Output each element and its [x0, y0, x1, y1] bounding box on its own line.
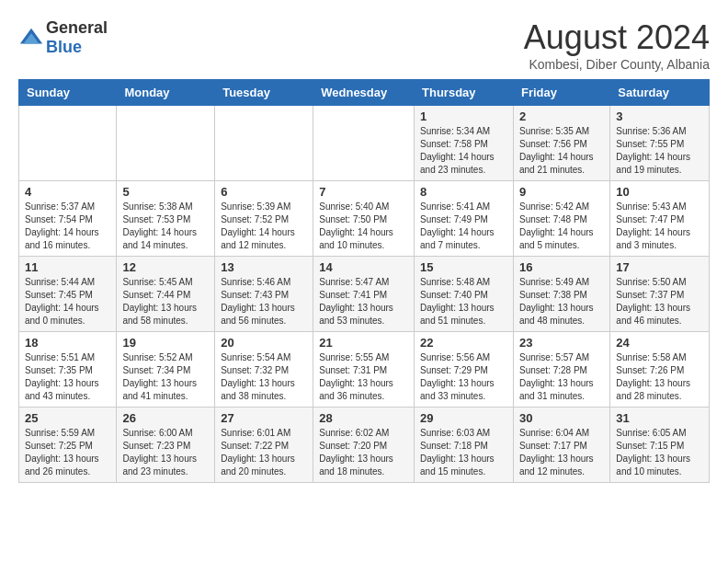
calendar-cell: 18Sunrise: 5:51 AM Sunset: 7:35 PM Dayli…	[19, 332, 117, 408]
month-year-title: August 2024	[524, 18, 710, 57]
day-info: Sunrise: 5:54 AM Sunset: 7:32 PM Dayligh…	[221, 351, 307, 403]
day-info: Sunrise: 5:36 AM Sunset: 7:55 PM Dayligh…	[616, 125, 703, 177]
day-number: 13	[221, 260, 307, 274]
day-info: Sunrise: 5:44 AM Sunset: 7:45 PM Dayligh…	[25, 276, 110, 327]
day-info: Sunrise: 6:01 AM Sunset: 7:22 PM Dayligh…	[221, 427, 307, 478]
day-info: Sunrise: 6:02 AM Sunset: 7:20 PM Dayligh…	[319, 427, 408, 478]
calendar-cell: 30Sunrise: 6:04 AM Sunset: 7:17 PM Dayli…	[513, 408, 609, 483]
day-number: 16	[519, 260, 604, 274]
logo: General Blue	[18, 18, 108, 57]
logo-blue-text: Blue	[46, 38, 82, 56]
calendar-cell: 8Sunrise: 5:41 AM Sunset: 7:49 PM Daylig…	[415, 181, 514, 257]
calendar-cell: 13Sunrise: 5:46 AM Sunset: 7:43 PM Dayli…	[215, 257, 313, 332]
day-number: 5	[122, 185, 209, 199]
day-number: 21	[319, 336, 408, 350]
calendar-cell: 9Sunrise: 5:42 AM Sunset: 7:48 PM Daylig…	[513, 181, 609, 257]
day-number: 31	[616, 411, 703, 425]
calendar-cell: 3Sunrise: 5:36 AM Sunset: 7:55 PM Daylig…	[610, 106, 710, 181]
calendar-cell	[215, 106, 313, 181]
calendar-cell: 25Sunrise: 5:59 AM Sunset: 7:25 PM Dayli…	[19, 408, 117, 483]
weekday-header-tuesday: Tuesday	[215, 80, 313, 106]
day-number: 30	[519, 411, 604, 425]
day-number: 14	[319, 260, 408, 274]
day-info: Sunrise: 5:50 AM Sunset: 7:37 PM Dayligh…	[616, 276, 703, 327]
day-info: Sunrise: 5:47 AM Sunset: 7:41 PM Dayligh…	[319, 276, 408, 327]
calendar-cell: 31Sunrise: 6:05 AM Sunset: 7:15 PM Dayli…	[610, 408, 710, 483]
day-info: Sunrise: 5:40 AM Sunset: 7:50 PM Dayligh…	[319, 201, 408, 252]
weekday-header-saturday: Saturday	[610, 80, 710, 106]
weekday-header-wednesday: Wednesday	[313, 80, 415, 106]
day-info: Sunrise: 5:39 AM Sunset: 7:52 PM Dayligh…	[221, 201, 307, 252]
day-number: 24	[616, 336, 703, 350]
day-info: Sunrise: 5:41 AM Sunset: 7:49 PM Dayligh…	[420, 201, 507, 252]
day-number: 6	[221, 185, 307, 199]
day-number: 23	[519, 336, 604, 350]
calendar-cell: 29Sunrise: 6:03 AM Sunset: 7:18 PM Dayli…	[415, 408, 514, 483]
day-number: 25	[25, 411, 110, 425]
calendar-cell: 28Sunrise: 6:02 AM Sunset: 7:20 PM Dayli…	[313, 408, 415, 483]
title-block: August 2024 Kombesi, Diber County, Alban…	[524, 18, 710, 72]
day-info: Sunrise: 5:43 AM Sunset: 7:47 PM Dayligh…	[616, 201, 703, 252]
calendar-cell: 7Sunrise: 5:40 AM Sunset: 7:50 PM Daylig…	[313, 181, 415, 257]
day-info: Sunrise: 5:37 AM Sunset: 7:54 PM Dayligh…	[25, 201, 110, 252]
day-info: Sunrise: 5:57 AM Sunset: 7:28 PM Dayligh…	[519, 351, 604, 403]
day-number: 17	[616, 260, 703, 274]
day-number: 10	[616, 185, 703, 199]
day-info: Sunrise: 5:46 AM Sunset: 7:43 PM Dayligh…	[221, 276, 307, 327]
calendar-cell: 17Sunrise: 5:50 AM Sunset: 7:37 PM Dayli…	[610, 257, 710, 332]
day-number: 1	[420, 109, 507, 123]
day-number: 7	[319, 185, 408, 199]
day-info: Sunrise: 5:38 AM Sunset: 7:53 PM Dayligh…	[122, 201, 209, 252]
location-subtitle: Kombesi, Diber County, Albania	[524, 57, 710, 72]
day-info: Sunrise: 5:34 AM Sunset: 7:58 PM Dayligh…	[420, 125, 507, 177]
calendar-cell: 11Sunrise: 5:44 AM Sunset: 7:45 PM Dayli…	[19, 257, 117, 332]
calendar-cell: 2Sunrise: 5:35 AM Sunset: 7:56 PM Daylig…	[513, 106, 609, 181]
day-number: 9	[519, 185, 604, 199]
calendar-cell: 5Sunrise: 5:38 AM Sunset: 7:53 PM Daylig…	[117, 181, 215, 257]
day-number: 20	[221, 336, 307, 350]
weekday-header-friday: Friday	[513, 80, 609, 106]
calendar-week-row: 4Sunrise: 5:37 AM Sunset: 7:54 PM Daylig…	[19, 181, 710, 257]
calendar-week-row: 1Sunrise: 5:34 AM Sunset: 7:58 PM Daylig…	[19, 106, 710, 181]
day-info: Sunrise: 5:56 AM Sunset: 7:29 PM Dayligh…	[420, 351, 507, 403]
calendar-cell: 1Sunrise: 5:34 AM Sunset: 7:58 PM Daylig…	[415, 106, 514, 181]
calendar-week-row: 18Sunrise: 5:51 AM Sunset: 7:35 PM Dayli…	[19, 332, 710, 408]
day-info: Sunrise: 5:59 AM Sunset: 7:25 PM Dayligh…	[25, 427, 110, 478]
day-info: Sunrise: 5:45 AM Sunset: 7:44 PM Dayligh…	[122, 276, 209, 327]
day-number: 19	[122, 336, 209, 350]
calendar-cell: 10Sunrise: 5:43 AM Sunset: 7:47 PM Dayli…	[610, 181, 710, 257]
page-header: General Blue August 2024 Kombesi, Diber …	[18, 18, 710, 72]
day-number: 29	[420, 411, 507, 425]
calendar-cell: 21Sunrise: 5:55 AM Sunset: 7:31 PM Dayli…	[313, 332, 415, 408]
calendar-cell: 16Sunrise: 5:49 AM Sunset: 7:38 PM Dayli…	[513, 257, 609, 332]
calendar-cell	[313, 106, 415, 181]
calendar-table: SundayMondayTuesdayWednesdayThursdayFrid…	[18, 79, 710, 483]
day-number: 28	[319, 411, 408, 425]
day-info: Sunrise: 5:51 AM Sunset: 7:35 PM Dayligh…	[25, 351, 110, 403]
weekday-header-monday: Monday	[117, 80, 215, 106]
calendar-week-row: 11Sunrise: 5:44 AM Sunset: 7:45 PM Dayli…	[19, 257, 710, 332]
day-info: Sunrise: 5:55 AM Sunset: 7:31 PM Dayligh…	[319, 351, 408, 403]
day-number: 27	[221, 411, 307, 425]
day-info: Sunrise: 6:03 AM Sunset: 7:18 PM Dayligh…	[420, 427, 507, 478]
calendar-cell: 22Sunrise: 5:56 AM Sunset: 7:29 PM Dayli…	[415, 332, 514, 408]
day-info: Sunrise: 5:35 AM Sunset: 7:56 PM Dayligh…	[519, 125, 604, 177]
day-number: 8	[420, 185, 507, 199]
calendar-cell: 6Sunrise: 5:39 AM Sunset: 7:52 PM Daylig…	[215, 181, 313, 257]
calendar-cell: 19Sunrise: 5:52 AM Sunset: 7:34 PM Dayli…	[117, 332, 215, 408]
day-info: Sunrise: 5:52 AM Sunset: 7:34 PM Dayligh…	[122, 351, 209, 403]
logo-icon	[18, 25, 44, 51]
day-info: Sunrise: 6:05 AM Sunset: 7:15 PM Dayligh…	[616, 427, 703, 478]
logo-general-text: General	[46, 18, 108, 37]
day-info: Sunrise: 5:49 AM Sunset: 7:38 PM Dayligh…	[519, 276, 604, 327]
calendar-cell: 15Sunrise: 5:48 AM Sunset: 7:40 PM Dayli…	[415, 257, 514, 332]
weekday-header-sunday: Sunday	[19, 80, 117, 106]
day-number: 4	[25, 185, 110, 199]
day-info: Sunrise: 6:00 AM Sunset: 7:23 PM Dayligh…	[122, 427, 209, 478]
day-info: Sunrise: 5:58 AM Sunset: 7:26 PM Dayligh…	[616, 351, 703, 403]
day-number: 26	[122, 411, 209, 425]
weekday-header-thursday: Thursday	[415, 80, 514, 106]
calendar-cell: 23Sunrise: 5:57 AM Sunset: 7:28 PM Dayli…	[513, 332, 609, 408]
day-number: 3	[616, 109, 703, 123]
calendar-cell: 26Sunrise: 6:00 AM Sunset: 7:23 PM Dayli…	[117, 408, 215, 483]
